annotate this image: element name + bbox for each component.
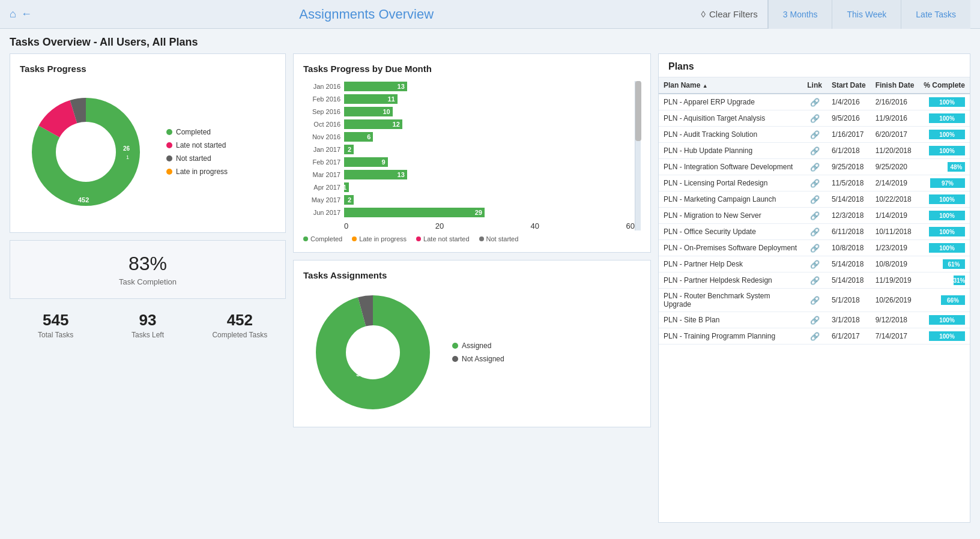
plan-start-cell: 3/1/2018 [827,312,871,328]
plan-name-cell: PLN - Office Security Update [659,224,802,240]
bar-chart-title: Tasks Progress by Due Month [303,64,641,74]
pct-bar: 66% [941,295,965,305]
bar-legend-completed: Completed [303,235,342,242]
plan-name-cell: PLN - Integration Software Development [659,159,802,175]
bar-label: Jun 2017 [303,209,340,216]
pct-value: 100% [939,131,955,138]
table-row: PLN - Training Programm Planning 🔗 6/1/2… [659,328,970,345]
link-icon[interactable]: 🔗 [810,179,820,188]
clear-filters-icon: ◊ [701,9,706,19]
plan-link-cell[interactable]: 🔗 [802,256,827,273]
legend-not-started: Not started [166,154,228,163]
middle-panel: Tasks Progress by Due Month Jan 2016 13 … [286,53,658,523]
table-row: PLN - Site B Plan 🔗 3/1/2018 9/12/2018 1… [659,312,970,328]
link-icon[interactable]: 🔗 [810,296,820,305]
stat-tasks-left: 93 Tasks Left [101,311,193,339]
bar-track: 6 [344,131,635,142]
home-icon[interactable]: ⌂ [10,8,16,20]
legend-dot-completed [166,129,172,135]
bar-track: 10 [344,106,635,117]
link-icon[interactable]: 🔗 [810,195,820,204]
plans-table: Plan Name ▲ Link Start Date Finish Date … [659,77,970,345]
plan-link-cell[interactable]: 🔗 [802,328,827,345]
tab-this-week[interactable]: This Week [832,0,901,29]
plan-link-cell[interactable]: 🔗 [802,159,827,175]
stat-total-value: 545 [10,311,101,330]
pct-bar: 31% [954,276,965,285]
plan-link-cell[interactable]: 🔗 [802,289,827,312]
pct-value: 100% [939,99,955,106]
legend-dot-not-started [166,155,172,161]
clear-filters-button[interactable]: ◊ Clear Filters [692,0,768,29]
plan-finish-cell: 7/14/2017 [871,328,919,345]
bar-row: Oct 2016 12 [303,119,635,130]
tasks-progress-card: Tasks Progress 66 26 1 452 [10,53,286,233]
plan-link-cell[interactable]: 🔗 [802,240,827,256]
plan-link-cell[interactable]: 🔗 [802,110,827,127]
plan-pct-cell: 100% [919,224,970,240]
plan-link-cell[interactable]: 🔗 [802,273,827,289]
svg-text:66: 66 [57,145,64,152]
pct-bar-container: 48% [924,162,965,172]
plan-link-cell[interactable]: 🔗 [802,191,827,208]
plan-link-cell[interactable]: 🔗 [802,224,827,240]
sort-icon[interactable]: ▲ [703,83,708,89]
bar-label: Sep 2016 [303,108,340,115]
pct-bar-container: 31% [924,276,965,285]
pct-bar-container: 100% [924,227,965,236]
bar-chart-legend: Completed Late in progress Late not star… [303,235,641,242]
link-icon[interactable]: 🔗 [810,130,820,139]
bar-row: Sep 2016 10 [303,106,635,117]
pct-bar: 100% [929,130,965,139]
plans-table-container[interactable]: Plan Name ▲ Link Start Date Finish Date … [659,77,970,345]
plan-link-cell[interactable]: 🔗 [802,175,827,191]
link-icon[interactable]: 🔗 [810,244,820,253]
link-icon[interactable]: 🔗 [810,98,820,107]
bar-track: 29 [344,207,635,218]
table-row: PLN - Audit Tracking Solution 🔗 1/16/201… [659,127,970,143]
axis-20: 20 [435,221,444,230]
link-icon[interactable]: 🔗 [810,316,820,325]
col-plan-name: Plan Name ▲ [659,77,802,94]
pct-bar: 100% [929,194,965,204]
link-icon[interactable]: 🔗 [810,260,820,269]
pct-value: 100% [939,317,955,324]
link-icon[interactable]: 🔗 [810,163,820,172]
pct-value: 97% [942,180,954,187]
bar-track: 2 [344,194,635,205]
plan-finish-cell: 10/26/2019 [871,289,919,312]
donut-legend: Completed Late not started Not started L… [166,128,228,176]
link-icon[interactable]: 🔗 [810,276,820,285]
table-row: PLN - Hub Update Planning 🔗 6/1/2018 11/… [659,143,970,159]
plan-link-cell[interactable]: 🔗 [802,208,827,224]
plan-name-cell: PLN - Partner Help Desk [659,256,802,273]
tab-3months[interactable]: 3 Months [768,0,832,29]
table-row: PLN - Licensing Portal Redesign 🔗 11/5/2… [659,175,970,191]
link-icon[interactable]: 🔗 [810,114,820,123]
plan-link-cell[interactable]: 🔗 [802,94,827,110]
col-start-date: Start Date [827,77,871,94]
plan-finish-cell: 1/14/2019 [871,208,919,224]
plan-pct-cell: 66% [919,289,970,312]
bar-row: Mar 2017 13 [303,169,635,180]
link-icon[interactable]: 🔗 [810,332,820,341]
link-icon[interactable]: 🔗 [810,227,820,236]
donut-chart: 66 26 1 452 [20,86,152,218]
link-icon[interactable]: 🔗 [810,211,820,220]
plan-link-cell[interactable]: 🔗 [802,127,827,143]
link-icon[interactable]: 🔗 [810,146,820,155]
plan-finish-cell: 2/16/2016 [871,94,919,110]
bar-track: 9 [344,157,635,167]
legend-dot-late-in-progress [166,169,172,175]
plan-start-cell: 5/14/2018 [827,273,871,289]
tab-late-tasks[interactable]: Late Tasks [901,0,970,29]
pct-bar-container: 100% [924,97,965,107]
bar-fill: 2 [344,145,354,154]
plan-link-cell[interactable]: 🔗 [802,143,827,159]
plan-start-cell: 6/11/2018 [827,224,871,240]
header-filters: ◊ Clear Filters 3 Months This Week Late … [692,0,970,29]
back-icon[interactable]: ← [21,8,32,20]
scrollbar-indicator[interactable] [635,81,641,230]
legend-dot-late-not-started [166,142,172,148]
plan-link-cell[interactable]: 🔗 [802,312,827,328]
